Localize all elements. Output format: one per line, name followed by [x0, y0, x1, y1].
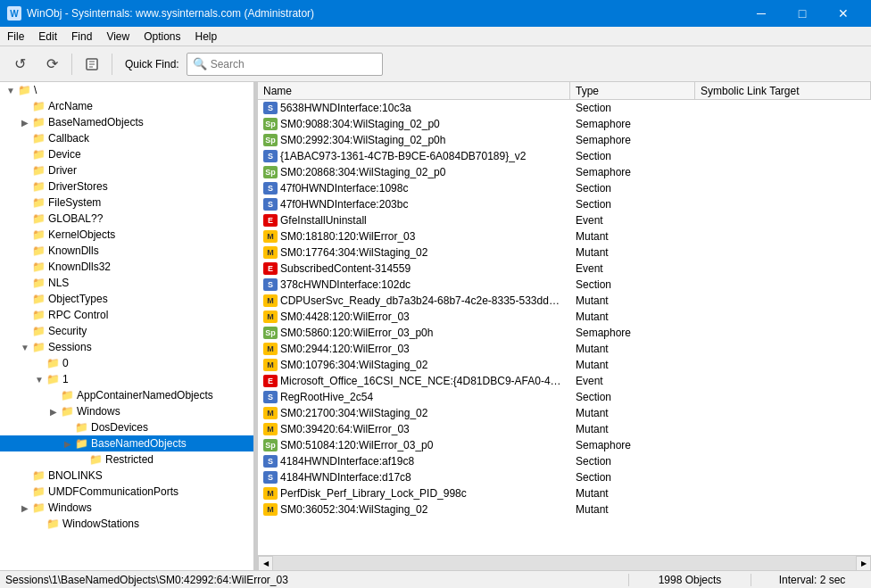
menu-item-find[interactable]: Find [64, 27, 99, 46]
properties-button[interactable] [78, 50, 106, 79]
list-row[interactable]: S47f0HWNDInterface:1098cSection [258, 180, 871, 196]
expand-btn-driver[interactable] [18, 163, 32, 178]
tree-item-windows[interactable]: ▶📁Windows [0, 403, 253, 419]
list-row[interactable]: S378cHWNDInterface:102dcSection [258, 277, 871, 293]
expand-btn-appcontainer[interactable] [46, 388, 61, 402]
col-header-symlink[interactable]: Symbolic Link Target [695, 82, 871, 99]
menu-item-help[interactable]: Help [188, 27, 225, 46]
tree-item-knowndlls32[interactable]: 📁KnownDlls32 [0, 259, 253, 275]
expand-btn-driverstores[interactable] [18, 179, 32, 194]
tree-item-objecttypes[interactable]: 📁ObjectTypes [0, 291, 253, 307]
list-row[interactable]: MSM0:21700:304:WilStaging_02Mutant [258, 405, 871, 421]
list-row[interactable]: MSM0:2944:120:WilError_03Mutant [258, 341, 871, 357]
h-scroll-right-btn[interactable]: ▶ [856, 556, 871, 571]
expand-btn-knowndlls32[interactable] [18, 260, 32, 274]
refresh-button[interactable]: ↺ [5, 50, 34, 79]
expand-btn-kernelobjects[interactable] [18, 228, 32, 242]
tree-item-sessions-1[interactable]: ▼📁1 [0, 371, 253, 387]
list-row[interactable]: MSM0:17764:304:WilStaging_02Mutant [258, 244, 871, 261]
col-header-name[interactable]: Name [258, 82, 570, 99]
tree-item-sessions-0[interactable]: 📁0 [0, 355, 253, 371]
tree-item-basenamedobj2[interactable]: ▶📁BaseNamedObjects [0, 435, 253, 451]
expand-btn-rpccontrol[interactable] [18, 308, 32, 322]
close-button[interactable]: ✕ [823, 0, 864, 27]
tree-item-windowstop[interactable]: ▶📁Windows [0, 500, 253, 516]
list-row[interactable]: S4184HWNDInterface:af19c8Section [258, 453, 871, 469]
tree-item-rpccontrol[interactable]: 📁RPC Control [0, 307, 253, 323]
list-row[interactable]: SpSM0:9088:304:WilStaging_02_p0Semaphore [258, 116, 871, 132]
list-row[interactable]: S4184HWNDInterface:d17c8Section [258, 469, 871, 485]
tree-item-root[interactable]: ▼📁\ [0, 82, 253, 98]
list-row[interactable]: MCDPUserSvc_Ready_db7a3b24-68b7-4c2e-833… [258, 293, 871, 309]
expand-btn-filesystem[interactable] [18, 195, 32, 210]
expand-btn-umdf[interactable] [18, 484, 32, 499]
tree-item-bnolinks[interactable]: 📁BNOLINKS [0, 468, 253, 484]
tree-item-global[interactable]: 📁GLOBAL?? [0, 211, 253, 227]
list-row[interactable]: S47f0HWNDInterface:203bcSection [258, 196, 871, 212]
menu-item-view[interactable]: View [99, 27, 137, 46]
expand-btn-sessions[interactable]: ▼ [18, 340, 32, 354]
menu-item-edit[interactable]: Edit [31, 27, 64, 46]
tree-item-driver[interactable]: 📁Driver [0, 162, 253, 178]
tree-item-windowstations[interactable]: 📁WindowStations [0, 516, 253, 532]
expand-btn-device[interactable] [18, 147, 32, 161]
col-header-type[interactable]: Type [570, 82, 695, 99]
tree-item-knowndlls[interactable]: 📁KnownDlls [0, 243, 253, 259]
maximize-button[interactable]: □ [782, 0, 823, 27]
tree-item-basenamedobj[interactable]: ▶📁BaseNamedObjects [0, 114, 253, 130]
list-row[interactable]: SRegRootHive_2c54Section [258, 389, 871, 405]
expand-btn-arcname[interactable] [18, 99, 32, 113]
tree-item-appcontainer[interactable]: 📁AppContainerNamedObjects [0, 387, 253, 403]
tree-item-callback[interactable]: 📁Callback [0, 130, 253, 146]
tree-item-device[interactable]: 📁Device [0, 146, 253, 162]
list-row[interactable]: EGfeInstallUninstallEvent [258, 212, 871, 228]
tree-item-filesystem[interactable]: 📁FileSystem [0, 195, 253, 211]
list-row[interactable]: MSM0:39420:64:WilError_03Mutant [258, 421, 871, 437]
h-scrollbar[interactable]: ◀ ▶ [258, 555, 871, 570]
list-row[interactable]: MSM0:36052:304:WilStaging_02Mutant [258, 501, 871, 518]
expand-btn-bnolinks[interactable] [18, 468, 32, 483]
menu-item-file[interactable]: File [0, 27, 31, 46]
expand-btn-dosdevices[interactable] [61, 420, 75, 435]
expand-btn-windowstop[interactable]: ▶ [18, 501, 32, 515]
expand-btn-objecttypes[interactable] [18, 292, 32, 306]
tree-item-umdf[interactable]: 📁UMDFCommunicationPorts [0, 484, 253, 500]
list-row[interactable]: EMicrosoft_Office_16CSI_NCE_NCE:{4D81DBC… [258, 373, 871, 389]
expand-btn-knowndlls[interactable] [18, 244, 32, 258]
expand-btn-root[interactable]: ▼ [4, 83, 18, 97]
tree-item-driverstores[interactable]: 📁DriverStores [0, 178, 253, 195]
h-scroll-left-btn[interactable]: ◀ [258, 556, 273, 571]
list-row[interactable]: SpSM0:5860:120:WilError_03_p0hSemaphore [258, 325, 871, 341]
search-input[interactable] [211, 58, 371, 70]
list-row[interactable]: MSM0:4428:120:WilError_03Mutant [258, 309, 871, 325]
expand-btn-callback[interactable] [18, 131, 32, 145]
expand-btn-global[interactable] [18, 211, 32, 226]
h-scroll-track[interactable] [273, 556, 856, 570]
expand-btn-sessions-0[interactable] [32, 356, 46, 370]
tree-item-kernelobjects[interactable]: 📁KernelObjects [0, 227, 253, 243]
tree-item-dosdevices[interactable]: 📁DosDevices [0, 419, 253, 435]
list-row[interactable]: MSM0:18180:120:WilError_03Mutant [258, 228, 871, 244]
list-row[interactable]: S5638HWNDInterface:10c3aSection [258, 100, 871, 116]
list-row[interactable]: ESubscribedContent-314559Event [258, 261, 871, 277]
expand-btn-restricted[interactable] [75, 452, 89, 467]
tree-item-security[interactable]: 📁Security [0, 323, 253, 339]
expand-btn-sessions-1[interactable]: ▼ [32, 372, 46, 386]
menu-item-options[interactable]: Options [137, 27, 187, 46]
tree-item-restricted[interactable]: 📁Restricted [0, 451, 253, 468]
list-row[interactable]: MPerfDisk_Perf_Library_Lock_PID_998cMuta… [258, 485, 871, 501]
tree-item-nls[interactable]: 📁NLS [0, 275, 253, 291]
search-box[interactable]: 🔍 [187, 53, 383, 76]
expand-btn-nls[interactable] [18, 276, 32, 290]
list-row[interactable]: SpSM0:2992:304:WilStaging_02_p0hSemaphor… [258, 132, 871, 148]
tree-item-arcname[interactable]: 📁ArcName [0, 98, 253, 114]
auto-refresh-button[interactable]: ⟳ [37, 50, 66, 79]
minimize-button[interactable]: ─ [741, 0, 782, 27]
expand-btn-security[interactable] [18, 324, 32, 338]
list-row[interactable]: SpSM0:51084:120:WilError_03_p0Semaphore [258, 437, 871, 453]
expand-btn-basenamedobj2[interactable]: ▶ [61, 436, 75, 451]
list-row[interactable]: S{1ABAC973-1361-4C7B-B9CE-6A084DB70189}_… [258, 148, 871, 164]
expand-btn-basenamedobj[interactable]: ▶ [18, 115, 32, 129]
expand-btn-windows[interactable]: ▶ [46, 404, 61, 418]
tree-item-sessions[interactable]: ▼📁Sessions [0, 339, 253, 355]
